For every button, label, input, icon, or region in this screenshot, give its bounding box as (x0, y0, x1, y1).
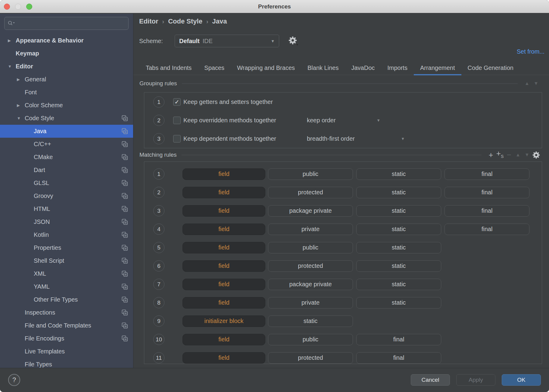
breadcrumb-item[interactable]: Editor (139, 17, 158, 25)
sidebar-item[interactable]: File Encodings (0, 332, 133, 345)
ok-button[interactable]: OK (502, 374, 541, 386)
add-section-rule-icon[interactable]: +S (495, 149, 504, 160)
rule-modifier-pill[interactable]: static (356, 242, 441, 253)
matching-rule-row[interactable]: 9 initializer block static (144, 312, 542, 330)
sidebar-item[interactable]: Shell Script (0, 254, 133, 267)
rule-modifier-pill[interactable]: final (445, 187, 529, 198)
search-input[interactable] (18, 20, 125, 27)
sidebar-item[interactable]: Java (0, 125, 133, 138)
matching-rule-row[interactable]: 11 field protected final (144, 349, 542, 364)
rule-modifier-pill[interactable]: final (445, 205, 529, 217)
sidebar-item[interactable]: Inspections (0, 306, 133, 319)
sidebar-item[interactable]: Appearance & Behavior (0, 34, 133, 47)
sidebar-item[interactable]: Font (0, 86, 133, 99)
sidebar-item[interactable]: File Types (0, 358, 133, 368)
rule-entry-pill[interactable]: field (182, 168, 265, 180)
order-dropdown[interactable]: breadth-first order ▼ (307, 135, 405, 142)
tab[interactable]: Arrangement (414, 61, 461, 75)
search-box[interactable] (4, 17, 129, 30)
move-up-icon[interactable]: ▲ (522, 81, 532, 86)
rule-modifier-pill[interactable]: protected (268, 187, 353, 198)
rule-modifier-pill[interactable]: static (356, 297, 441, 309)
rule-modifier-pill[interactable]: final (445, 168, 529, 180)
add-rule-icon[interactable]: + (486, 151, 495, 159)
rule-modifier-pill[interactable]: protected (268, 260, 353, 272)
sidebar-item[interactable]: General (0, 73, 133, 86)
rule-modifier-pill[interactable]: protected (268, 352, 353, 364)
order-dropdown[interactable]: keep order ▼ (307, 117, 380, 124)
sidebar-item[interactable]: XML (0, 267, 133, 280)
minimize-button[interactable] (15, 4, 21, 10)
matching-rule-row[interactable]: 7 field package private static (144, 275, 542, 293)
keep-dependent-methods-checkbox[interactable] (173, 135, 181, 143)
rule-entry-pill[interactable]: field (182, 334, 265, 345)
keep-getters-setters-checkbox[interactable]: ✓ (173, 98, 181, 106)
chevron-right-icon[interactable] (8, 38, 11, 43)
sidebar-item[interactable]: CMake (0, 151, 133, 164)
rule-entry-pill[interactable]: field (182, 205, 265, 217)
apply-button[interactable]: Apply (456, 374, 495, 386)
rule-modifier-pill[interactable]: static (356, 279, 441, 290)
matching-rule-row[interactable]: 3 field package private static final (144, 202, 542, 220)
sidebar-item[interactable]: HTML (0, 202, 133, 215)
move-down-icon[interactable]: ▼ (522, 152, 532, 158)
rule-modifier-pill[interactable]: final (356, 352, 441, 364)
sidebar-item[interactable]: Keymap (0, 47, 133, 60)
matching-rules-settings-button[interactable] (532, 151, 541, 159)
rule-modifier-pill[interactable]: private (268, 224, 353, 235)
tab[interactable]: Wrapping and Braces (231, 61, 301, 75)
chevron-down-icon[interactable] (17, 116, 21, 121)
keep-overridden-methods-checkbox[interactable] (173, 117, 181, 124)
rule-entry-pill[interactable]: initializer block (182, 315, 265, 327)
sidebar-item[interactable]: Other File Types (0, 293, 133, 306)
rule-modifier-pill[interactable]: public (268, 168, 353, 180)
tab[interactable]: Blank Lines (301, 61, 345, 75)
sidebar-item[interactable]: Properties (0, 241, 133, 254)
rule-modifier-pill[interactable]: static (356, 224, 441, 235)
sidebar-item[interactable]: Code Style (0, 112, 133, 125)
tab[interactable]: Spaces (198, 61, 231, 75)
scheme-actions-button[interactable]: ▾ (288, 36, 299, 47)
rule-modifier-pill[interactable]: package private (268, 205, 353, 217)
cancel-button[interactable]: Cancel (411, 374, 450, 386)
sidebar-item[interactable]: GLSL (0, 177, 133, 190)
sidebar-item[interactable]: C/C++ (0, 138, 133, 151)
sidebar-item[interactable]: Editor (0, 60, 133, 73)
breadcrumb-item[interactable]: Code Style (168, 17, 202, 25)
matching-rule-row[interactable]: 4 field private static final (144, 220, 542, 238)
chevron-down-icon[interactable] (8, 64, 12, 69)
help-button[interactable]: ? (8, 374, 20, 386)
zoom-button[interactable] (26, 4, 32, 10)
rule-modifier-pill[interactable]: final (445, 224, 529, 235)
set-from-link[interactable]: Set from... (517, 48, 544, 55)
tab[interactable]: JavaDoc (345, 61, 381, 75)
rule-entry-pill[interactable]: field (182, 260, 265, 272)
tab[interactable]: Imports (381, 61, 414, 75)
rule-modifier-pill[interactable]: static (356, 168, 441, 180)
rule-entry-pill[interactable]: field (182, 352, 265, 364)
matching-rule-row[interactable]: 10 field public final (144, 330, 542, 349)
rule-modifier-pill[interactable]: public (268, 334, 353, 345)
sidebar-item[interactable]: Color Scheme (0, 99, 133, 112)
move-up-icon[interactable]: ▲ (513, 152, 522, 158)
matching-rule-row[interactable]: 8 field private static (144, 293, 542, 312)
sidebar-item[interactable]: Kotlin (0, 228, 133, 241)
matching-rule-row[interactable]: 5 field public static (144, 238, 542, 257)
rule-modifier-pill[interactable]: package private (268, 279, 353, 290)
sidebar-item[interactable]: Groovy (0, 190, 133, 202)
sidebar-item[interactable]: Dart (0, 164, 133, 177)
sidebar-item[interactable]: YAML (0, 280, 133, 293)
rule-entry-pill[interactable]: field (182, 297, 265, 309)
matching-rule-row[interactable]: 6 field protected static (144, 257, 542, 275)
remove-rule-icon[interactable]: − (504, 151, 513, 159)
rule-modifier-pill[interactable]: public (268, 242, 353, 253)
rule-modifier-pill[interactable]: private (268, 297, 353, 309)
sidebar-item[interactable]: Live Templates (0, 345, 133, 358)
chevron-right-icon[interactable] (17, 103, 20, 108)
tab[interactable]: Tabs and Indents (139, 61, 198, 75)
sidebar-item[interactable]: File and Code Templates (0, 319, 133, 332)
move-down-icon[interactable]: ▼ (532, 81, 541, 86)
close-button[interactable] (4, 4, 10, 10)
rule-entry-pill[interactable]: field (182, 187, 265, 198)
rule-entry-pill[interactable]: field (182, 224, 265, 235)
